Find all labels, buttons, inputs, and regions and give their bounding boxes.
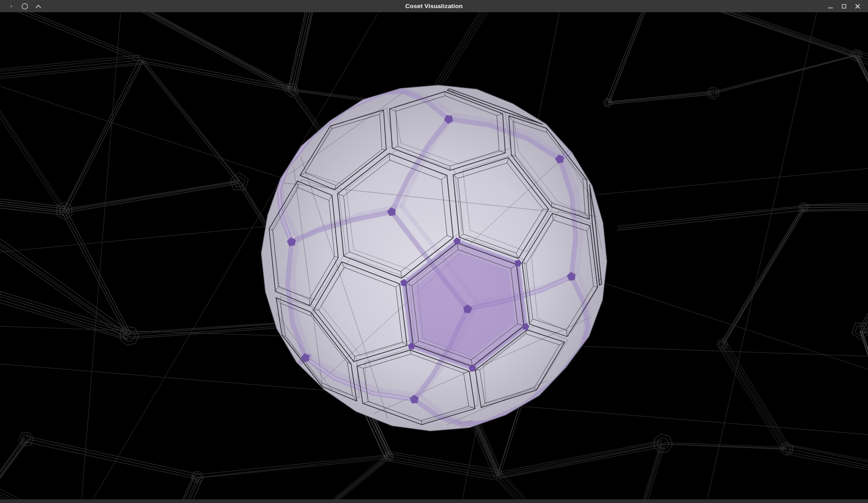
record-circle-icon[interactable] (18, 0, 32, 12)
coset-ball (261, 85, 607, 431)
chevron-up-icon[interactable] (32, 0, 45, 12)
titlebar-left-controls (0, 0, 45, 12)
titlebar[interactable]: Coset Visualization (0, 0, 868, 12)
minimize-button[interactable] (824, 0, 837, 12)
window-controls (824, 0, 868, 12)
app-indicator-dot-icon (5, 0, 18, 12)
app-window: Coset Visualization (0, 0, 868, 503)
viewport-3d[interactable] (0, 12, 868, 499)
window-title: Coset Visualization (0, 0, 868, 12)
close-button[interactable] (851, 0, 864, 12)
window-bottom-edge (0, 499, 868, 503)
maximize-button[interactable] (837, 0, 851, 12)
